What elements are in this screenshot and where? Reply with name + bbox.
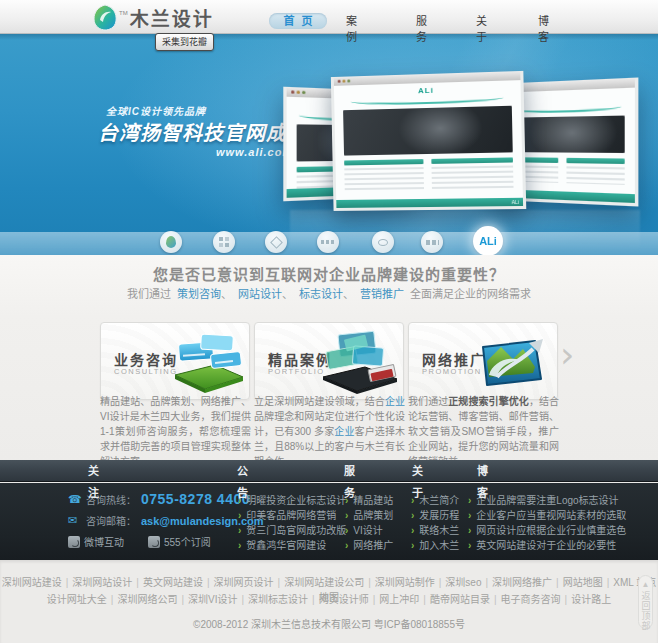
client-logo-2-icon (219, 237, 229, 247)
about-link-4[interactable]: 加入木兰 (411, 537, 459, 552)
link-separator: | (494, 594, 497, 605)
link-separator: | (439, 577, 442, 588)
client-logo-1[interactable] (160, 231, 182, 253)
mulan-design-homepage: TM 木兰设计 首页 案例 服务 关于 博客 采集到花瓣 (0, 0, 658, 643)
client-logo-2[interactable] (213, 231, 235, 253)
hero-banner: ALi ALi 全球IC设计领先品牌 台湾扬智科技官网成功改版 www.ali.… (0, 34, 658, 255)
seo-link-r2-2[interactable]: 深圳网络公司 (117, 594, 177, 605)
client-logo-5-icon (378, 239, 388, 246)
seo-link-r1-3[interactable]: 英文网站建设 (143, 577, 203, 588)
footer-title-service: 服务 (344, 460, 374, 482)
nav-item-home[interactable]: 首页 (269, 13, 327, 29)
client-logo-3[interactable] (265, 231, 287, 253)
nav-item-about[interactable]: 关于 (476, 13, 505, 29)
seo-link-r2-3[interactable]: 深圳VI设计 (188, 594, 237, 605)
nav-item-cases[interactable]: 案例 (346, 13, 375, 29)
inline-link-enterprise-1[interactable]: 企业 (385, 396, 405, 407)
service-link-2[interactable]: 品牌策划 (345, 507, 393, 522)
seo-link-r1-4[interactable]: 深圳网页设计 (214, 577, 274, 588)
inline-link-enterprise-2[interactable]: 企业 (334, 426, 354, 437)
consulting-illustration-icon (155, 327, 247, 401)
link-planning[interactable]: 策划咨询 (177, 288, 221, 300)
seo-link-r2-1[interactable]: 设计网址大全 (47, 594, 107, 605)
seo-link-r2-4[interactable]: 深圳标志设计 (248, 594, 308, 605)
rss-subscribers[interactable]: 555个订阅 (164, 534, 211, 549)
link-separator: | (373, 594, 376, 605)
portfolio-illustration-icon (309, 327, 401, 401)
client-logo-1-icon (166, 236, 176, 248)
client-logo-4[interactable] (317, 231, 339, 253)
logo-text: 木兰设计 (130, 4, 214, 31)
email-icon: ✉ (68, 514, 82, 527)
seo-link-r2-7[interactable]: 酷帝网站目录 (430, 594, 490, 605)
footer-title-about: 关于 (412, 460, 442, 482)
mock-hero-image (343, 106, 513, 156)
seo-link-r1-7[interactable]: 深圳seo (445, 577, 481, 588)
weibo-link[interactable]: 微博互动 (84, 534, 124, 549)
seo-link-r2-8[interactable]: 电子商务咨询 (501, 594, 561, 605)
card-consulting[interactable]: 业务咨询 CONSULTING (100, 322, 250, 400)
phone-icon: ☎ (68, 493, 82, 506)
card-promotion-desc: 我们通过正规搜索引擎优化，结合论坛营销、博客营销、邮件营销、软文营销及SMO营销… (408, 394, 559, 469)
logo-leaf-icon (92, 4, 118, 31)
mock-footer-bar: ALi (336, 198, 523, 208)
seo-link-r2-5[interactable]: 网页设计师 (319, 594, 369, 605)
carousel-next-arrow[interactable]: › (560, 340, 574, 370)
notice-link-4[interactable]: 贺鑫鸿华官网建设 (238, 537, 326, 552)
card-promotion[interactable]: 网络推广 PROMOTION (408, 322, 558, 400)
seo-link-r2-6[interactable]: 网上冲印 (379, 594, 419, 605)
email-label: 咨询邮箱： (86, 513, 136, 528)
nav-item-blog[interactable]: 博客 (538, 13, 567, 29)
link-webdesign[interactable]: 网站设计 (238, 288, 282, 300)
seo-link-r1-9[interactable]: 网站地图 (563, 577, 603, 588)
seo-links-row-2: 设计网址大全|深圳网络公司|深圳VI设计|深圳标志设计|网页设计师|网上冲印|酷… (0, 591, 658, 606)
about-link-3[interactable]: 联络木兰 (411, 522, 459, 537)
link-separator: | (556, 577, 559, 588)
footer-title-notice: 公告 (237, 460, 267, 482)
hotline-number: 0755-8278 4400 (141, 491, 250, 507)
nav-item-services[interactable]: 服务 (416, 13, 445, 29)
blog-link-2[interactable]: 企业客户应当重视网站素材的选取 (468, 507, 626, 522)
link-separator: | (207, 577, 210, 588)
link-separator: | (181, 594, 184, 605)
notice-link-2[interactable]: 印美客品牌网络营销 (238, 507, 336, 522)
link-separator: | (66, 577, 69, 588)
weibo-icon[interactable] (68, 536, 80, 548)
link-separator: | (136, 577, 139, 588)
link-separator: | (111, 594, 114, 605)
seo-link-r2-9[interactable]: 设计路上 (571, 594, 611, 605)
huaban-collect-button[interactable]: 采集到花瓣 (155, 33, 214, 51)
link-promotion[interactable]: 营销推广 (360, 288, 404, 300)
rss-icon[interactable] (148, 536, 160, 548)
blog-link-4[interactable]: 英文网站建设对于企业的必要性 (468, 537, 616, 552)
mock-browser-center: ALi ALi (331, 71, 526, 211)
back-to-top-button[interactable]: ▲ 返回顶部 (638, 575, 653, 629)
seo-link-r1-5[interactable]: 深圳网站建设公司 (284, 577, 364, 588)
about-link-2[interactable]: 发展历程 (411, 507, 459, 522)
blog-link-3[interactable]: 网页设计应根据企业行业慎重选色 (468, 522, 626, 537)
link-logodesign[interactable]: 标志设计 (299, 288, 343, 300)
client-logo-5[interactable] (372, 231, 394, 253)
client-logo-6[interactable] (421, 231, 443, 253)
intro-lead-suffix: 全面满足企业的网络需求 (410, 288, 531, 300)
seo-link-r1-6[interactable]: 深圳网站制作 (375, 577, 435, 588)
link-separator: | (278, 577, 281, 588)
service-link-3[interactable]: VI设计 (345, 522, 383, 537)
seo-link-r1-1[interactable]: 深圳网站建设 (2, 577, 62, 588)
promotion-illustration-icon (463, 327, 555, 401)
link-separator: | (565, 594, 568, 605)
logo-tm: TM (119, 10, 128, 16)
card-consulting-desc: 精品建站、品牌策划、网络推广、VI设计是木兰四大业务，我们提供1-1策划师咨询服… (100, 394, 251, 469)
notice-link-3[interactable]: 贺三门岛官网成功改版 (238, 522, 346, 537)
service-link-4[interactable]: 网络推广 (345, 537, 393, 552)
contact-email-row: ✉ 咨询邮箱： ask@mulandesign.com (68, 513, 264, 528)
intro-lead: 我们通过策划咨询、网站设计、标志设计、营销推广全面满足企业的网络需求 (0, 285, 658, 301)
seo-link-r1-8[interactable]: 深圳网络推广 (492, 577, 552, 588)
intro-heading: 您是否已意识到互联网对企业品牌建设的重要性？ (0, 263, 658, 284)
logo[interactable]: TM 木兰设计 (92, 4, 214, 31)
client-logo-ali-active[interactable]: ALi (473, 226, 503, 255)
client-logo-4-icon (321, 240, 335, 244)
seo-link-r1-2[interactable]: 深圳网站设计 (72, 577, 132, 588)
card-portfolio[interactable]: 精品案例 PORTFOLIO (254, 322, 404, 400)
footer-title-blog: 博客 (477, 460, 507, 482)
